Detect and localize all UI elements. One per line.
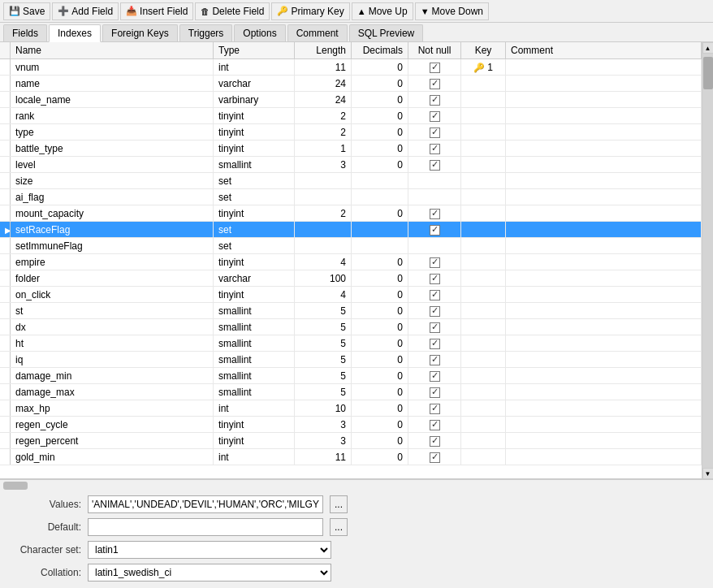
charset-select[interactable]: latin1utf8utf8mb4latin2 [88,541,331,559]
notnull-checkbox[interactable] [430,225,440,236]
save-button[interactable]: 💾Save [3,2,50,20]
table-row[interactable]: sizeset [0,173,702,189]
table-row[interactable]: iqsmallint50 [0,352,702,368]
notnull-checkbox[interactable] [430,339,440,349]
table-row[interactable]: levelsmallint30 [0,157,702,173]
notnull-checkbox[interactable] [430,144,440,154]
table-row[interactable]: battle_typetinyint10 [0,141,702,157]
notnull-checkbox[interactable] [430,160,440,171]
move-up-button[interactable]: ▲Move Up [352,2,413,20]
values-input[interactable] [88,495,323,513]
tab-foreign-keys[interactable]: Foreign Keys [102,24,178,41]
tab-comment[interactable]: Comment [287,24,348,41]
default-input[interactable] [88,518,323,536]
table-row[interactable]: typetinyint20 [0,124,702,141]
field-notnull[interactable] [408,205,461,222]
field-notnull[interactable] [408,76,461,92]
notnull-checkbox[interactable] [430,274,440,284]
field-comment [506,352,702,368]
field-notnull[interactable] [408,254,461,270]
field-notnull[interactable] [408,238,461,254]
scroll-track[interactable] [702,54,714,468]
field-notnull[interactable] [408,124,461,141]
field-notnull[interactable] [408,59,461,76]
field-notnull[interactable] [408,189,461,205]
field-notnull[interactable] [408,400,461,417]
notnull-checkbox[interactable] [430,306,440,317]
notnull-checkbox[interactable] [430,404,440,414]
notnull-checkbox[interactable] [430,128,440,138]
table-row[interactable]: ▶setRaceFlagset [0,222,702,238]
scroll-down-button[interactable]: ▼ [702,468,714,479]
table-row[interactable]: foldervarchar1000 [0,270,702,287]
field-notnull[interactable] [408,141,461,157]
field-notnull[interactable] [408,157,461,173]
table-row[interactable]: regen_cycletinyint30 [0,417,702,433]
table-row[interactable]: on_clicktinyint40 [0,287,702,303]
field-notnull[interactable] [408,173,461,189]
tab-fields[interactable]: Fields [3,24,47,41]
table-row[interactable]: regen_percenttinyint30 [0,433,702,449]
notnull-checkbox[interactable] [430,257,440,268]
table-row[interactable]: htsmallint50 [0,335,702,352]
table-row[interactable]: empiretinyint40 [0,254,702,270]
scroll-up-button[interactable]: ▲ [702,42,714,54]
move-down-button[interactable]: ▼Move Down [415,2,489,20]
notnull-checkbox[interactable] [430,111,440,122]
field-notnull[interactable] [408,287,461,303]
table-row[interactable]: gold_minint110 [0,449,702,465]
scroll-thumb[interactable] [703,57,713,89]
field-notnull[interactable] [408,335,461,352]
collation-select[interactable]: latin1_swedish_cilatin1_general_cilatin1… [88,564,331,582]
notnull-checkbox[interactable] [430,371,440,382]
vertical-scrollbar[interactable]: ▲ ▼ [702,42,713,479]
field-notnull[interactable] [408,449,461,465]
add-field-button[interactable]: ➕Add Field [52,2,119,20]
table-row[interactable]: mount_capacitytinyint20 [0,205,702,222]
default-dots-button[interactable]: ... [330,518,348,536]
table-row[interactable]: damage_maxsmallint50 [0,384,702,400]
table-row[interactable]: ai_flagset [0,189,702,205]
delete-field-button[interactable]: 🗑Delete Field [195,2,270,20]
table-row[interactable]: max_hpint100 [0,400,702,417]
table-row[interactable]: stsmallint50 [0,303,702,319]
notnull-checkbox[interactable] [430,79,440,89]
notnull-checkbox[interactable] [430,452,440,463]
notnull-checkbox[interactable] [430,63,440,73]
notnull-checkbox[interactable] [430,436,440,447]
insert-field-button[interactable]: 📥Insert Field [120,2,193,20]
notnull-checkbox[interactable] [430,322,440,333]
field-notnull[interactable] [408,270,461,287]
values-dots-button[interactable]: ... [330,495,348,513]
field-notnull[interactable] [408,222,461,238]
notnull-checkbox[interactable] [430,95,440,106]
primary-key-button[interactable]: 🔑Primary Key [271,2,349,20]
tab-options[interactable]: Options [234,24,285,41]
notnull-checkbox[interactable] [430,420,440,430]
field-notnull[interactable] [408,108,461,124]
hscroll-thumb[interactable] [3,482,28,490]
notnull-checkbox[interactable] [430,387,440,398]
horizontal-scrollbar[interactable] [0,479,713,491]
tab-triggers[interactable]: Triggers [179,24,233,41]
table-row[interactable]: locale_namevarbinary240 [0,92,702,108]
field-notnull[interactable] [408,303,461,319]
field-notnull[interactable] [408,319,461,335]
table-row[interactable]: damage_minsmallint50 [0,368,702,384]
table-row[interactable]: vnumint110🔑 1 [0,59,702,76]
field-notnull[interactable] [408,368,461,384]
field-notnull[interactable] [408,352,461,368]
field-notnull[interactable] [408,417,461,433]
field-notnull[interactable] [408,92,461,108]
notnull-checkbox[interactable] [430,355,440,365]
notnull-checkbox[interactable] [430,290,440,300]
field-notnull[interactable] [408,384,461,400]
table-row[interactable]: namevarchar240 [0,76,702,92]
tab-indexes[interactable]: Indexes [49,24,101,42]
table-row[interactable]: dxsmallint50 [0,319,702,335]
table-row[interactable]: ranktinyint20 [0,108,702,124]
notnull-checkbox[interactable] [430,209,440,219]
table-row[interactable]: setImmuneFlagset [0,238,702,254]
tab-sql-preview[interactable]: SQL Preview [349,24,424,41]
field-notnull[interactable] [408,433,461,449]
